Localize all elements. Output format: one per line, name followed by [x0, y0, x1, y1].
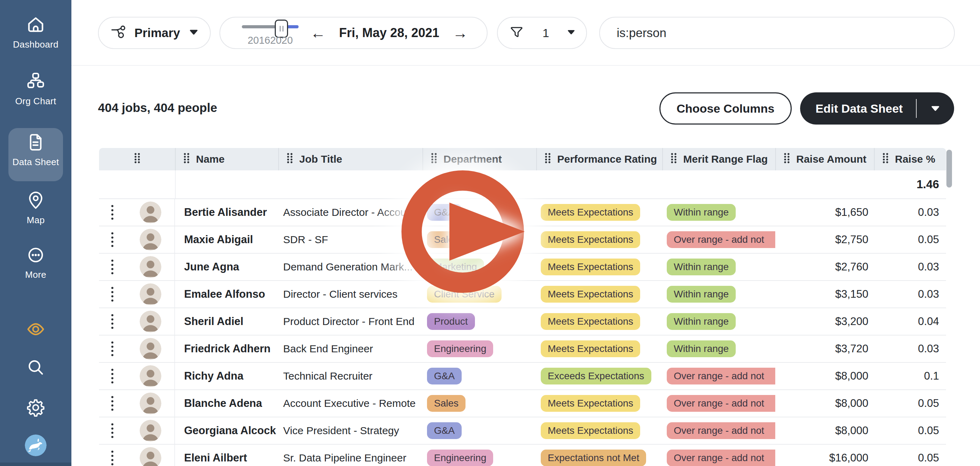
edit-data-sheet-button[interactable]: Edit Data Sheet — [800, 92, 954, 124]
row-cell-performance[interactable]: Meets Expectations — [536, 417, 662, 444]
row-cell-raise-pct[interactable]: 0.05 — [874, 417, 946, 444]
row-cell-performance[interactable]: Meets Expectations — [536, 199, 662, 226]
column-header-menu[interactable] — [99, 148, 175, 170]
row-cell-merit[interactable]: Over range - add not — [662, 445, 775, 466]
drag-handle-icon[interactable] — [183, 153, 190, 166]
row-cell-name[interactable]: Sheril Adiel — [175, 308, 278, 335]
sidebar-item-dashboard[interactable]: Dashboard — [0, 15, 72, 50]
row-cell-raise-pct[interactable]: 0.03 — [874, 254, 946, 280]
row-cell-raise-amount[interactable]: $8,000 — [775, 390, 874, 417]
row-cell-name[interactable]: Blanche Adena — [175, 390, 278, 417]
row-cell-performance[interactable]: Meets Expectations — [536, 308, 662, 335]
avatar[interactable] — [140, 338, 161, 359]
row-cell-performance[interactable]: Meets Expectations — [536, 281, 662, 307]
row-menu-icon[interactable] — [110, 368, 115, 385]
row-cell-department[interactable]: Sales — [422, 390, 536, 417]
row-cell-department[interactable]: Client Service — [422, 281, 536, 307]
row-cell-merit[interactable]: Within range — [662, 254, 775, 280]
avatar[interactable] — [140, 229, 161, 250]
row-cell-job-title[interactable]: Account Executive - Remote — [278, 390, 422, 417]
row-menu-icon[interactable] — [110, 259, 115, 275]
row-cell-name[interactable]: Bertie Alisander — [175, 199, 278, 226]
drag-handle-icon[interactable] — [430, 153, 438, 166]
row-cell-job-title[interactable]: Associate Director - Accou... — [278, 199, 422, 226]
drag-handle-icon[interactable] — [134, 153, 141, 166]
row-cell-department[interactable]: G&A — [422, 417, 536, 444]
column-header[interactable]: Raise Amount — [775, 148, 874, 170]
row-cell-performance[interactable]: Meets Expectations — [536, 336, 662, 362]
avatar[interactable] — [140, 447, 161, 466]
row-cell-performance[interactable]: Meets Expectations — [536, 390, 662, 417]
sidebar-item-data-sheet[interactable]: Data Sheet — [0, 132, 72, 168]
row-cell-job-title[interactable]: Technical Recruiter — [278, 363, 422, 390]
row-cell-raise-pct[interactable]: 0.03 — [874, 199, 946, 226]
row-cell-raise-amount[interactable]: $2,750 — [775, 226, 874, 253]
row-menu-icon[interactable] — [110, 340, 115, 357]
row-cell-name[interactable]: Richy Adna — [175, 363, 278, 390]
prev-day-button[interactable]: ← — [310, 25, 326, 41]
row-cell-department[interactable]: Marketing — [422, 254, 536, 280]
row-menu-icon[interactable] — [110, 422, 115, 439]
search-input[interactable] — [603, 26, 951, 40]
row-cell-job-title[interactable]: Director - Client services — [278, 281, 422, 307]
sidebar-item-org-chart[interactable]: Org Chart — [0, 72, 72, 107]
row-menu-icon[interactable] — [110, 395, 115, 412]
row-cell-raise-amount[interactable]: $16,000 — [775, 445, 874, 466]
vertical-scrollbar-thumb[interactable] — [947, 150, 952, 188]
row-cell-raise-amount[interactable]: $2,760 — [775, 254, 874, 280]
avatar[interactable] — [140, 256, 161, 278]
avatar[interactable] — [140, 420, 161, 442]
choose-columns-button[interactable]: Choose Columns — [659, 92, 792, 124]
avatar[interactable] — [140, 365, 161, 387]
column-header[interactable]: Job Title — [278, 148, 422, 170]
row-cell-name[interactable]: Eleni Ailbert — [175, 445, 278, 466]
row-cell-job-title[interactable]: Sr. Data Pipeline Engineer — [278, 445, 422, 466]
row-cell-department[interactable]: Product — [422, 308, 536, 335]
row-menu-icon[interactable] — [110, 450, 115, 466]
row-cell-raise-pct[interactable]: 0.05 — [874, 445, 946, 466]
column-header[interactable]: Performance Rating — [536, 148, 662, 170]
row-cell-department[interactable]: Engineering — [422, 445, 536, 466]
row-cell-raise-pct[interactable]: 0.04 — [874, 308, 946, 335]
row-cell-raise-amount[interactable]: $8,000 — [775, 417, 874, 444]
row-menu-icon[interactable] — [110, 204, 115, 221]
row-cell-raise-pct[interactable]: 0.1 — [874, 363, 946, 390]
drag-handle-icon[interactable] — [670, 153, 678, 166]
row-cell-job-title[interactable]: SDR - SF — [278, 226, 422, 253]
chevron-down-icon[interactable] — [916, 105, 954, 111]
row-cell-performance[interactable]: Exceeds Expectations — [536, 363, 662, 390]
preview-eye-button[interactable] — [0, 319, 72, 341]
row-cell-performance[interactable]: Meets Expectations — [536, 254, 662, 280]
row-cell-merit[interactable]: Within range — [662, 281, 775, 307]
column-header[interactable]: Raise % — [874, 148, 946, 170]
row-cell-merit[interactable]: Within range — [662, 336, 775, 362]
row-cell-merit[interactable]: Within range — [662, 199, 775, 226]
avatar[interactable] — [140, 311, 161, 332]
avatar[interactable] — [140, 283, 161, 305]
row-cell-department[interactable]: G&A — [422, 199, 536, 226]
current-date-label[interactable]: Fri, May 28, 2021 — [339, 25, 439, 40]
row-menu-icon[interactable] — [110, 231, 115, 248]
row-cell-merit[interactable]: Over range - add not — [662, 417, 775, 444]
drag-handle-icon[interactable] — [286, 153, 294, 166]
row-cell-department[interactable]: Engineering — [422, 336, 536, 362]
row-cell-merit[interactable]: Over range - add not — [662, 363, 775, 390]
row-cell-name[interactable]: Friedrick Adhern — [175, 336, 278, 362]
filter-selector[interactable]: 1 — [497, 17, 587, 49]
row-cell-raise-amount[interactable]: $1,650 — [775, 199, 874, 226]
row-cell-raise-pct[interactable]: 0.05 — [874, 390, 946, 417]
row-cell-raise-amount[interactable]: $8,000 — [775, 363, 874, 390]
sidebar-search-button[interactable] — [0, 358, 72, 379]
drag-handle-icon[interactable] — [881, 153, 889, 166]
row-cell-raise-amount[interactable]: $3,150 — [775, 281, 874, 307]
row-cell-raise-amount[interactable]: $3,720 — [775, 336, 874, 362]
row-cell-department[interactable]: G&A — [422, 363, 536, 390]
drag-handle-icon[interactable] — [783, 153, 791, 166]
row-cell-merit[interactable]: Over range - add not — [662, 226, 775, 253]
org-logo-avatar[interactable] — [25, 434, 46, 456]
row-cell-name[interactable]: Emalee Alfonso — [175, 281, 278, 307]
row-cell-raise-pct[interactable]: 0.05 — [874, 226, 946, 253]
next-day-button[interactable]: → — [453, 25, 468, 41]
sidebar-item-map[interactable]: Map — [0, 190, 72, 226]
row-cell-raise-amount[interactable]: $3,200 — [775, 308, 874, 335]
